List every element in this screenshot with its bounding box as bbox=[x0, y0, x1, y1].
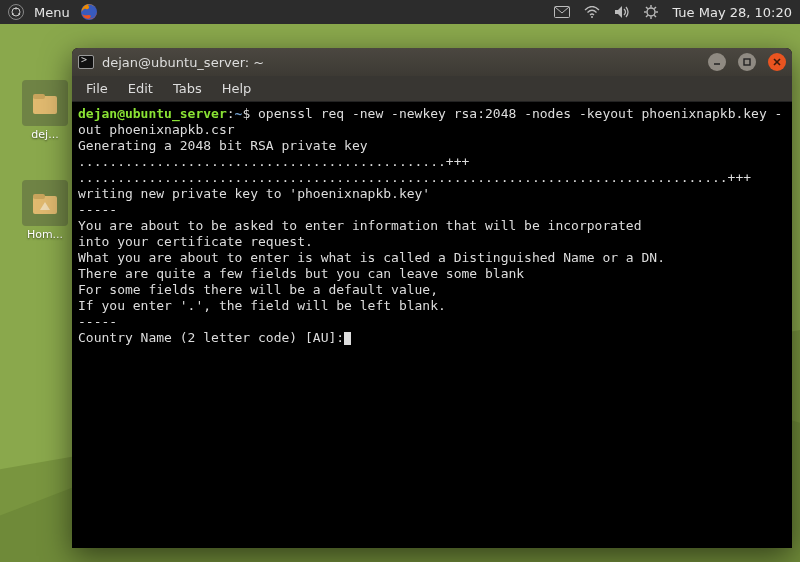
menu-file[interactable]: File bbox=[78, 79, 116, 98]
menu-tabs[interactable]: Tabs bbox=[165, 79, 210, 98]
home-folder-icon bbox=[22, 180, 68, 226]
output-line: You are about to be asked to enter infor… bbox=[78, 218, 642, 233]
svg-line-13 bbox=[655, 15, 657, 17]
svg-point-3 bbox=[18, 13, 20, 15]
output-line: If you enter '.', the field will be left… bbox=[78, 298, 446, 313]
firefox-icon[interactable] bbox=[80, 3, 98, 21]
svg-point-1 bbox=[15, 8, 17, 10]
clock[interactable]: Tue May 28, 10:20 bbox=[672, 5, 792, 20]
svg-rect-21 bbox=[744, 59, 750, 65]
desktop-icon[interactable]: Hom... bbox=[10, 180, 80, 241]
top-panel: Menu Tue May 28, 10:20 bbox=[0, 0, 800, 24]
output-line: For some fields there will be a default … bbox=[78, 282, 438, 297]
svg-point-2 bbox=[12, 13, 14, 15]
window-close-button[interactable] bbox=[768, 53, 786, 71]
output-line: ........................................… bbox=[78, 154, 469, 169]
output-line: into your certificate request. bbox=[78, 234, 313, 249]
window-title: dejan@ubuntu_server: ~ bbox=[102, 55, 696, 70]
output-prompt-line: Country Name (2 letter code) [AU]: bbox=[78, 330, 344, 345]
output-line: There are quite a few fields but you can… bbox=[78, 266, 524, 281]
output-line: ----- bbox=[78, 314, 117, 329]
svg-rect-19 bbox=[33, 194, 45, 199]
menu-label[interactable]: Menu bbox=[34, 5, 70, 20]
menu-edit[interactable]: Edit bbox=[120, 79, 161, 98]
text-cursor bbox=[344, 332, 351, 345]
output-line: ........................................… bbox=[78, 170, 751, 185]
terminal-app-icon bbox=[78, 55, 94, 69]
user-home-icon bbox=[22, 80, 68, 126]
desktop-icon[interactable]: dej... bbox=[10, 80, 80, 141]
svg-line-15 bbox=[655, 7, 657, 9]
menu-help[interactable]: Help bbox=[214, 79, 260, 98]
output-line: writing new private key to 'phoenixnapkb… bbox=[78, 186, 430, 201]
prompt-colon: : bbox=[227, 106, 235, 121]
window-titlebar[interactable]: dejan@ubuntu_server: ~ bbox=[72, 48, 792, 76]
terminal-output[interactable]: dejan@ubuntu_server:~$ openssl req -new … bbox=[72, 102, 792, 548]
svg-point-6 bbox=[591, 16, 593, 18]
svg-line-14 bbox=[646, 15, 648, 17]
desktop-icon-label: Hom... bbox=[10, 228, 80, 241]
output-line: ----- bbox=[78, 202, 117, 217]
volume-icon[interactable] bbox=[614, 5, 630, 19]
power-cog-icon[interactable] bbox=[644, 5, 658, 19]
prompt-user-host: dejan@ubuntu_server bbox=[78, 106, 227, 121]
window-maximize-button[interactable] bbox=[738, 53, 756, 71]
wifi-icon[interactable] bbox=[584, 6, 600, 18]
svg-rect-17 bbox=[33, 94, 45, 99]
svg-line-12 bbox=[646, 7, 648, 9]
desktop-icon-label: dej... bbox=[10, 128, 80, 141]
prompt-sigil: $ bbox=[242, 106, 258, 121]
ubuntu-logo-icon[interactable] bbox=[8, 4, 24, 20]
window-minimize-button[interactable] bbox=[708, 53, 726, 71]
output-line: What you are about to enter is what is c… bbox=[78, 250, 665, 265]
mail-icon[interactable] bbox=[554, 6, 570, 18]
output-line: Generating a 2048 bit RSA private key bbox=[78, 138, 368, 153]
terminal-window: dejan@ubuntu_server: ~ File Edit Tabs He… bbox=[72, 48, 792, 548]
svg-point-7 bbox=[647, 8, 655, 16]
terminal-menubar: File Edit Tabs Help bbox=[72, 76, 792, 102]
